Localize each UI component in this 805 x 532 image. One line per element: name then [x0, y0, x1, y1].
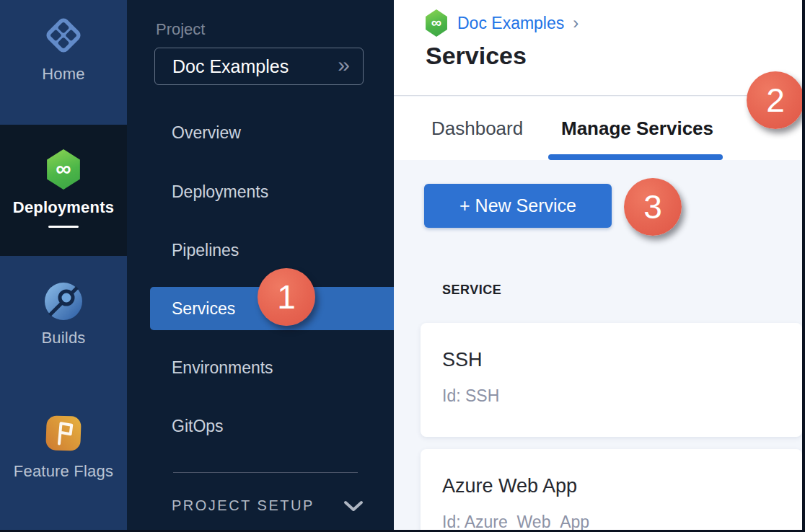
sidebar-item-deployments[interactable]: ∞ Deployments: [0, 125, 127, 256]
sidebar-item-deployments-label: Deployments: [13, 198, 114, 217]
tab-manage-services[interactable]: Manage Services: [561, 97, 713, 160]
module-sidebar: Home ∞ Deployments Builds: [0, 0, 127, 532]
service-card-ssh[interactable]: SSH Id: SSH: [421, 323, 802, 437]
project-setup-toggle[interactable]: PROJECT SETUP: [172, 497, 364, 514]
service-name: Azure Web App: [442, 475, 577, 497]
sidebar-item-deployments-nav[interactable]: Deployments: [127, 170, 394, 213]
breadcrumb-project-link[interactable]: Doc Examples: [457, 14, 564, 33]
chevron-down-icon[interactable]: [343, 500, 364, 512]
home-grid-icon: [43, 14, 84, 56]
sidebar-item-gitops[interactable]: GitOps: [127, 404, 394, 448]
sidebar-item-pipelines[interactable]: Pipelines: [127, 229, 394, 272]
annotation-badge-1: 1: [258, 268, 315, 326]
new-service-button[interactable]: + New Service: [424, 184, 612, 228]
chevron-right-icon: ›: [573, 13, 579, 33]
harness-app-window: Home ∞ Deployments Builds: [0, 0, 805, 532]
page-header: ∞ Doc Examples › Services: [394, 0, 805, 96]
sidebar-divider: [173, 472, 358, 473]
breadcrumb: ∞ Doc Examples ›: [424, 9, 579, 37]
annotation-badge-3: 3: [624, 178, 682, 236]
service-column-header: SERVICE: [442, 283, 501, 298]
sidebar-item-builds-label: Builds: [41, 329, 85, 347]
service-id: Id: Azure_Web_App: [442, 513, 589, 532]
service-card-azure-web-app[interactable]: Azure Web App Id: Azure_Web_App: [421, 449, 802, 532]
project-sidebar: Project Doc Examples » Overview Deployme…: [127, 0, 394, 532]
active-tab-underline: [548, 154, 723, 160]
project-selector-value: Doc Examples: [172, 56, 289, 77]
double-chevron-right-icon[interactable]: »: [338, 54, 350, 76]
sidebar-item-overview[interactable]: Overview: [127, 111, 394, 154]
tab-bar: Dashboard Manage Services: [394, 97, 805, 160]
sidebar-item-builds[interactable]: Builds: [0, 256, 127, 389]
feature-flags-flag-icon: [42, 412, 85, 455]
sidebar-item-environments[interactable]: Environments: [127, 346, 394, 389]
screenshot-right-edge: [802, 0, 805, 532]
sidebar-item-home-label: Home: [42, 65, 85, 84]
builds-circle-icon: [45, 283, 82, 320]
project-section-label: Project: [156, 20, 205, 39]
main-content: ∞ Doc Examples › Services Dashboard Mana…: [394, 0, 805, 532]
tab-dashboard[interactable]: Dashboard: [431, 97, 523, 160]
service-name: SSH: [442, 349, 483, 371]
sidebar-item-home[interactable]: Home: [0, 0, 127, 125]
sidebar-item-feature-flags[interactable]: Feature Flags: [0, 389, 127, 532]
annotation-badge-2: 2: [747, 71, 804, 129]
project-hexagon-infinity-icon: ∞: [424, 9, 449, 37]
sidebar-item-feature-flags-label: Feature Flags: [14, 462, 113, 481]
project-setup-label: PROJECT SETUP: [172, 497, 314, 514]
services-content: + New Service SERVICE SSH Id: SSH Azure …: [394, 160, 805, 532]
active-module-underline: [48, 226, 79, 228]
deployments-hexagon-infinity-icon: ∞: [45, 149, 82, 190]
service-id: Id: SSH: [442, 386, 499, 406]
project-selector[interactable]: Doc Examples »: [154, 48, 364, 85]
page-title: Services: [426, 42, 527, 70]
